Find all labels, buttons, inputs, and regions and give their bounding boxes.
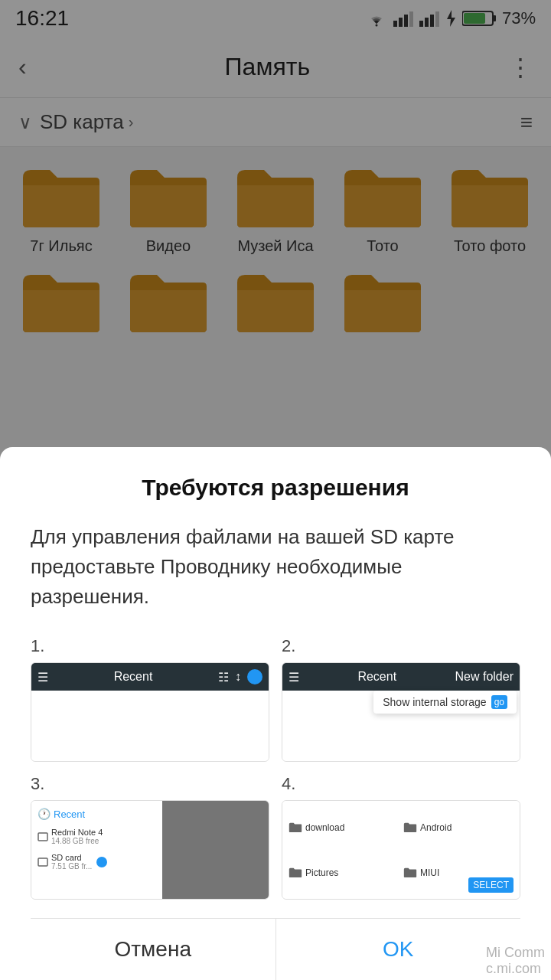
instruction-step-3: 3. 🕐 Recent Redmi Note 4 14.88 GB free (31, 774, 269, 900)
step-number-3: 3. (31, 774, 269, 794)
step-4-image: download Android Pictures MIUI SELECT (282, 800, 520, 900)
dialog-body: Для управления файлами на вашей SD карте… (31, 522, 520, 612)
step-number-2: 2. (282, 636, 520, 656)
step-1-image: ☰ Recent ☷ ↕ (31, 662, 269, 762)
ok-button[interactable]: OK (276, 919, 521, 980)
permissions-dialog: Требуются разрешения Для управления файл… (0, 447, 551, 980)
watermark-line1: Mi Comm (486, 945, 545, 961)
cancel-button[interactable]: Отмена (31, 919, 276, 980)
instructions-grid: 1. ☰ Recent ☷ ↕ 2. (31, 636, 520, 900)
svg-rect-12 (38, 833, 47, 841)
watermark: Mi Comm c.mi.com (486, 945, 545, 977)
step-number-1: 1. (31, 636, 269, 656)
step-number-4: 4. (282, 774, 520, 794)
dialog-title: Требуются разрешения (31, 475, 520, 501)
dialog-buttons: Отмена OK (31, 918, 520, 980)
instruction-step-2: 2. ☰ Recent New folder Show internal sto… (282, 636, 520, 762)
watermark-line2: c.mi.com (486, 961, 545, 977)
svg-rect-13 (38, 858, 47, 866)
instruction-step-1: 1. ☰ Recent ☷ ↕ (31, 636, 269, 762)
step-3-image: 🕐 Recent Redmi Note 4 14.88 GB free (31, 800, 269, 900)
instruction-step-4: 4. download Android Pictures (282, 774, 520, 900)
step-2-image: ☰ Recent New folder Show internal storag… (282, 662, 520, 762)
